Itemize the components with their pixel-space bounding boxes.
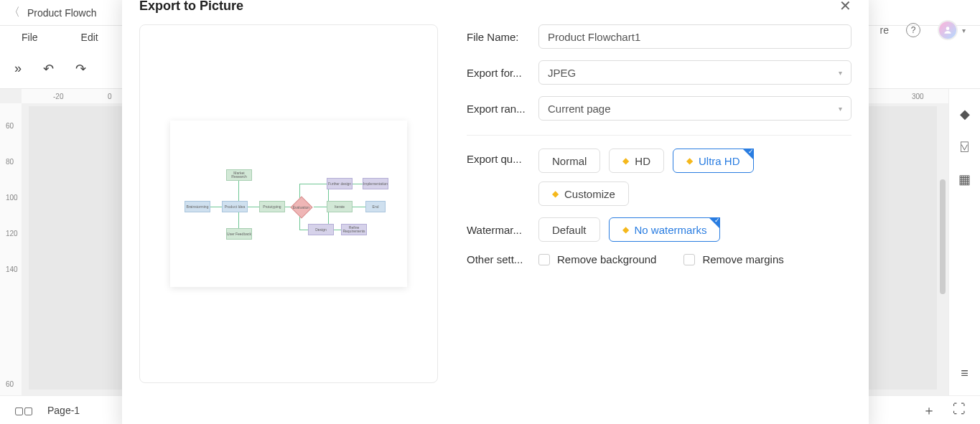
quality-customize-button[interactable]: ◆Customize [538, 182, 629, 206]
fc-node: Iterate [327, 201, 353, 212]
remove-margins-label: Remove margins [702, 253, 783, 265]
selected-check-icon [709, 217, 720, 229]
label-file-name: File Name: [467, 31, 527, 43]
fullscreen-icon[interactable]: ⛶ [953, 402, 966, 419]
fill-tool-icon[interactable]: ◆ [960, 106, 970, 122]
fc-node: Product Idea [222, 201, 248, 212]
settings-tool-icon[interactable]: ≡ [961, 366, 969, 381]
page-layout-icon[interactable]: ▢▢ [14, 405, 33, 416]
fc-node: Implementation [363, 178, 388, 189]
label-watermark: Watermar... [467, 224, 527, 236]
label-export-range: Export ran... [467, 103, 527, 115]
fc-node: End [365, 201, 386, 212]
fc-node: Design [308, 224, 334, 235]
avatar-caret-icon[interactable]: ▾ [962, 27, 966, 34]
vertical-scrollbar[interactable] [940, 179, 946, 294]
premium-icon: ◆ [552, 189, 559, 199]
menu-edit[interactable]: Edit [81, 32, 98, 43]
watermark-default-button[interactable]: Default [538, 217, 600, 242]
topright-text: re [880, 24, 889, 36]
quality-ultrahd-button[interactable]: ◆Ultra HD [673, 149, 754, 173]
user-avatar[interactable] [938, 20, 958, 40]
add-page-icon[interactable]: ＋ [923, 402, 935, 419]
back-chevron-icon[interactable]: 〈 [9, 5, 20, 20]
close-icon[interactable]: ✕ [839, 0, 851, 14]
export-format-select[interactable]: JPEG ▾ [538, 60, 851, 85]
export-modal: Export to Picture ✕ Brainstorming Market… [122, 0, 869, 424]
grid-tool-icon[interactable]: ▦ [958, 171, 971, 187]
fc-node: User Feedback [226, 228, 252, 240]
export-tool-icon[interactable]: ⍌ [961, 139, 969, 154]
quality-hd-button[interactable]: ◆HD [609, 149, 664, 173]
caret-down-icon: ▾ [839, 69, 842, 77]
ruler-vertical: 60 80 100 120 140 60 [0, 103, 22, 395]
watermark-none-button[interactable]: ◆No watermarks [609, 217, 721, 242]
remove-background-label: Remove background [557, 253, 656, 265]
menu-file[interactable]: File [22, 32, 38, 43]
preview-pane: Brainstorming Market Research Product Id… [139, 24, 438, 383]
remove-background-checkbox[interactable] [538, 254, 550, 265]
export-format-value: JPEG [548, 67, 576, 79]
export-range-select[interactable]: Current page ▾ [538, 96, 851, 121]
fc-node: Further design [327, 178, 353, 189]
modal-title: Export to Picture [139, 0, 243, 14]
svg-point-0 [946, 27, 950, 30]
label-export-format: Export for... [467, 67, 527, 79]
premium-icon: ◆ [686, 156, 693, 166]
fc-node: Refine Requirements [341, 224, 367, 235]
fc-node: Market Research [226, 169, 252, 181]
fc-node: Evaluation [290, 196, 312, 218]
undo-icon[interactable]: ↶ [43, 61, 54, 77]
label-export-quality: Export qu... [467, 149, 527, 165]
expand-panels-icon[interactable]: » [14, 61, 22, 76]
caret-down-icon: ▾ [839, 105, 842, 113]
label-other: Other sett... [467, 253, 527, 265]
fc-node: Brainstorming [185, 201, 210, 212]
quality-normal-button[interactable]: Normal [538, 149, 600, 173]
remove-margins-checkbox[interactable] [683, 254, 695, 265]
help-icon[interactable]: ? [906, 23, 920, 37]
selected-check-icon [742, 149, 754, 160]
premium-icon: ◆ [622, 156, 629, 166]
divider [467, 135, 851, 136]
document-title: Product Flowch [27, 7, 96, 19]
file-name-input[interactable] [538, 24, 851, 49]
preview-thumbnail: Brainstorming Market Research Product Id… [170, 121, 407, 287]
fc-node: Prototyping [259, 201, 285, 212]
premium-icon: ◆ [622, 225, 629, 235]
export-range-value: Current page [548, 103, 611, 115]
redo-icon[interactable]: ↷ [75, 61, 86, 77]
page-tab[interactable]: Page-1 [47, 405, 80, 416]
